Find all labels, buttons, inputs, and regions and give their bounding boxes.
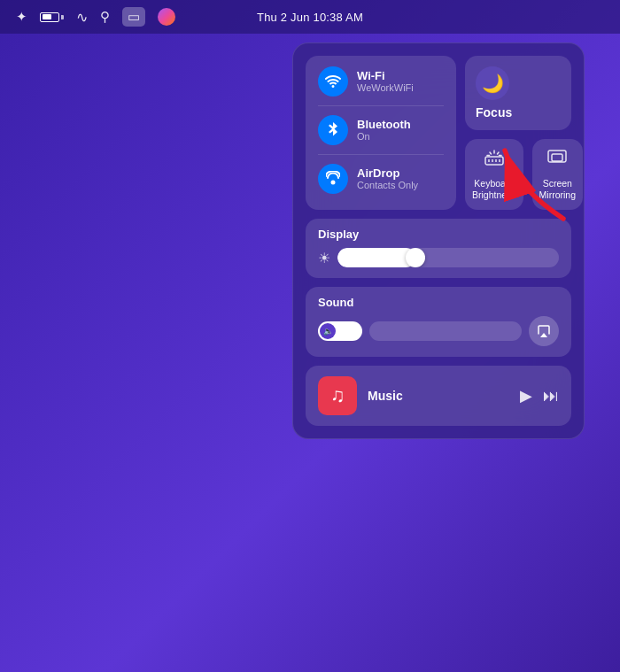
focus-label: Focus: [476, 105, 561, 120]
bluetooth-name: Bluetooth: [357, 118, 411, 132]
right-col: 🌙 Focus: [465, 56, 571, 210]
sound-section: Sound 🔈: [306, 287, 571, 357]
screen-mirroring-label: ScreenMirroring: [539, 178, 576, 201]
display-slider-thumb[interactable]: [406, 248, 425, 267]
airdrop-row[interactable]: AirDrop Contacts Only: [318, 164, 444, 194]
sound-title: Sound: [318, 296, 559, 309]
music-note-icon: ♫: [330, 384, 345, 407]
music-app-label: Music: [368, 389, 509, 403]
music-controls: ▶ ⏭: [520, 386, 559, 406]
bluetooth-text: Bluetooth On: [357, 118, 411, 143]
screen-mirroring-icon: [546, 150, 568, 173]
divider-1: [318, 105, 444, 106]
airdrop-text: AirDrop Contacts Only: [357, 166, 418, 192]
music-album-art: ♫: [318, 376, 357, 415]
display-slider-track[interactable]: [337, 248, 559, 267]
airdrop-icon-wrap: [318, 164, 348, 194]
sound-row: 🔈: [318, 316, 559, 346]
menu-bar-center: Thu 2 Jun 10:38 AM: [257, 11, 363, 24]
wifi-name: Wi-Fi: [357, 69, 414, 83]
datetime-label: Thu 2 Jun 10:38 AM: [257, 11, 363, 24]
search-icon[interactable]: ⚲: [100, 9, 110, 25]
sound-toggle-knob: 🔈: [320, 323, 336, 339]
wifi-symbol-icon: [325, 75, 341, 88]
menu-bar: ✦ ∿ ⚲ ▭ Thu 2 Jun 10:38 AM: [0, 0, 620, 34]
focus-tile[interactable]: 🌙 Focus: [465, 56, 571, 130]
wifi-menubar-icon[interactable]: ∿: [76, 9, 88, 26]
menu-bar-left: ✦ ∿ ⚲ ▭: [16, 7, 175, 27]
control-center-icon[interactable]: ▭: [122, 7, 145, 27]
airplay-icon: [537, 324, 551, 338]
music-tile[interactable]: ♫ Music ▶ ⏭: [306, 366, 571, 426]
display-title: Display: [318, 228, 559, 241]
svg-rect-12: [552, 154, 562, 161]
svg-rect-1: [485, 157, 503, 165]
svg-rect-11: [548, 151, 566, 162]
sound-toggle[interactable]: 🔈: [318, 321, 362, 341]
bluetooth-sub: On: [357, 131, 411, 143]
brightness-icon: ☀: [318, 250, 330, 266]
play-button[interactable]: ▶: [520, 386, 532, 406]
keyboard-brightness-svg: [484, 150, 505, 167]
control-center-panel: Wi-Fi WeWorkWiFi Bluetooth On: [292, 42, 585, 439]
focus-icon-wrap: 🌙: [476, 66, 509, 100]
network-tile[interactable]: Wi-Fi WeWorkWiFi Bluetooth On: [306, 56, 456, 210]
svg-line-8: [497, 152, 499, 154]
battery-indicator: [40, 12, 64, 22]
bluetooth-icon-wrap: [318, 115, 348, 145]
keyboard-brightness-label: KeyboardBrightness: [472, 178, 516, 201]
airdrop-name: AirDrop: [357, 166, 418, 181]
wifi-row[interactable]: Wi-Fi WeWorkWiFi: [318, 66, 444, 97]
airplay-button[interactable]: [529, 316, 559, 346]
wifi-text: Wi-Fi WeWorkWiFi: [357, 69, 414, 95]
wifi-icon-wrap: [318, 66, 348, 97]
svg-line-7: [490, 152, 492, 154]
bluetooth-row[interactable]: Bluetooth On: [318, 115, 444, 145]
siri-icon[interactable]: [158, 8, 175, 26]
display-section: Display ☀: [306, 219, 571, 278]
sound-slider-track[interactable]: [369, 321, 522, 341]
divider-2: [318, 154, 444, 155]
display-slider-fill: [337, 248, 415, 267]
bluetooth-symbol-icon: [328, 122, 338, 138]
display-slider-row: ☀: [318, 248, 559, 267]
top-row: Wi-Fi WeWorkWiFi Bluetooth On: [306, 56, 571, 210]
svg-point-0: [331, 181, 336, 185]
skip-forward-button[interactable]: ⏭: [543, 387, 559, 406]
keyboard-brightness-icon: [484, 150, 505, 173]
screen-mirroring-svg: [546, 150, 568, 167]
bluetooth-icon[interactable]: ✦: [16, 9, 27, 25]
screen-mirroring-tile[interactable]: ScreenMirroring: [532, 139, 583, 210]
wifi-sub: WeWorkWiFi: [357, 82, 414, 94]
small-tiles-row: KeyboardBrightness ScreenMirroring: [465, 139, 571, 210]
airdrop-sub: Contacts Only: [357, 180, 418, 191]
keyboard-brightness-tile[interactable]: KeyboardBrightness: [465, 139, 523, 210]
battery-fill: [43, 14, 51, 19]
airdrop-symbol-icon: [326, 171, 340, 187]
battery-body: [40, 12, 59, 22]
battery-tip: [61, 15, 64, 19]
